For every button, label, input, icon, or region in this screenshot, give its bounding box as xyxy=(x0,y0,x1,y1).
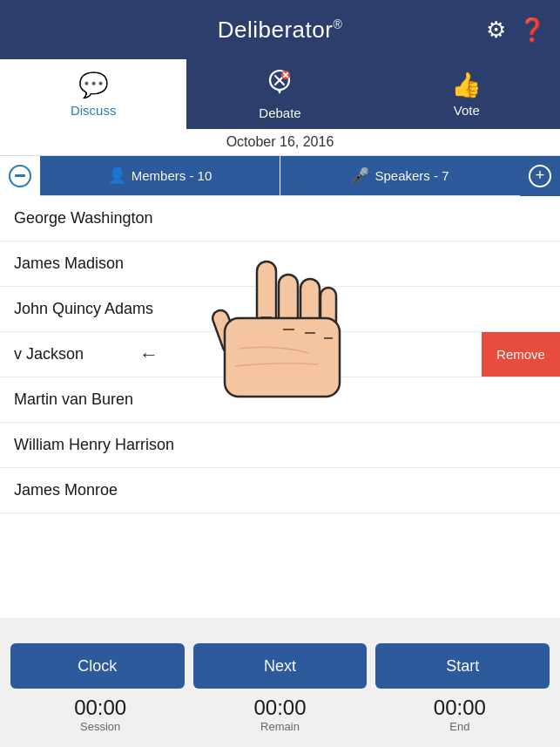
app-title: Deliberator® xyxy=(218,17,343,44)
vote-icon: 👍 xyxy=(451,71,482,99)
start-button[interactable]: Start xyxy=(375,643,550,689)
app-header: Deliberator® ⚙ ❓ xyxy=(0,0,560,59)
timer-row: 00:00 Session 00:00 Remain 00:00 End xyxy=(0,696,560,747)
list-item[interactable]: James Madison xyxy=(0,241,560,287)
remove-member-button[interactable] xyxy=(0,156,40,196)
remove-button[interactable]: Remove xyxy=(482,332,560,377)
action-buttons: Clock Next Start xyxy=(0,633,560,696)
end-timer: 00:00 End xyxy=(370,696,550,733)
discuss-icon: 💬 xyxy=(78,71,109,99)
date-display: October 16, 2016 xyxy=(0,129,560,156)
content-area: 💬 Discuss Debate 👍 Vote xyxy=(0,59,560,618)
list-item-swiped[interactable]: v Jackson ← Remove xyxy=(0,332,560,377)
list-item[interactable]: William Henry Harrison xyxy=(0,423,560,468)
tab-discuss[interactable]: 💬 Discuss xyxy=(0,59,186,129)
session-timer: 00:00 Session xyxy=(10,696,190,733)
speakers-filter-button[interactable]: 🎤 Speakers - 7 xyxy=(280,156,520,195)
remain-timer: 00:00 Remain xyxy=(190,696,369,733)
svg-marker-3 xyxy=(277,89,282,94)
filter-row: 👤 Members - 10 🎤 Speakers - 7 xyxy=(0,156,560,196)
clock-button[interactable]: Clock xyxy=(10,643,185,689)
tab-vote[interactable]: 👍 Vote xyxy=(374,59,560,129)
settings-icon[interactable]: ⚙ xyxy=(486,18,506,41)
add-member-button[interactable] xyxy=(520,156,560,196)
plus-icon xyxy=(529,165,551,187)
minus-icon xyxy=(9,165,31,187)
list-item[interactable]: James Monroe xyxy=(0,468,560,513)
swipe-arrow-icon: ← xyxy=(139,343,159,366)
tab-bar: 💬 Discuss Debate 👍 Vote xyxy=(0,59,560,129)
list-item[interactable]: John Quincy Adams xyxy=(0,287,560,332)
help-icon[interactable]: ❓ xyxy=(518,18,546,41)
list-item[interactable]: George Washington xyxy=(0,196,560,241)
members-filter-button[interactable]: 👤 Members - 10 xyxy=(40,156,280,195)
header-icons: ⚙ ❓ xyxy=(486,18,546,41)
members-icon: 👤 xyxy=(108,166,126,185)
speakers-icon: 🎤 xyxy=(351,166,369,185)
next-button[interactable]: Next xyxy=(193,643,368,689)
tab-debate[interactable]: Debate xyxy=(186,59,373,129)
list-item[interactable]: Martin van Buren xyxy=(0,377,560,423)
bottom-section: Clock Next Start 00:00 Session 00:00 Rem… xyxy=(0,633,560,747)
members-list: George Washington James Madison John Qui… xyxy=(0,196,560,618)
